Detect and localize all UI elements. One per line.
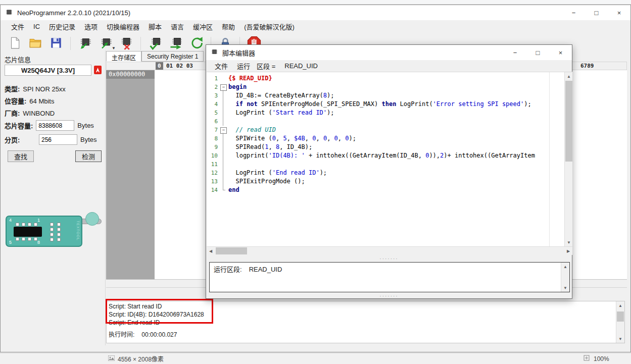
- open-file-button[interactable]: [26, 34, 44, 53]
- scroll-up-arrow-icon[interactable]: ▲: [561, 263, 569, 271]
- scroll-down-arrow-icon[interactable]: ▼: [561, 284, 569, 292]
- program-chip-icon: [169, 36, 183, 51]
- fold-collapse-icon[interactable]: [220, 126, 226, 134]
- scroll-left-arrow-icon[interactable]: ◀: [207, 247, 215, 255]
- main-menubar: 文件IC历史记录选项切换编程器脚本语言缓冲区帮助(吾爱破解汉化版): [1, 20, 630, 32]
- log-output-area[interactable]: Script: Start read IDScript: ID(4B): D16…: [106, 301, 625, 343]
- code-text: // read UID: [226, 126, 276, 134]
- scroll-down-arrow-icon[interactable]: ▼: [616, 335, 624, 343]
- code-line-3[interactable]: 3 ID_4B:= CreateByteArray(8);: [207, 91, 572, 100]
- code-line-5[interactable]: 5 LogPrint ('Start read ID');: [207, 109, 572, 117]
- code-line-8[interactable]: 8 SPIWrite (0, 5, $4B, 0, 0, 0, 0);: [207, 134, 572, 143]
- log-scrollbar[interactable]: ▲ ▼: [616, 301, 624, 343]
- editor-right-margin-line: [549, 72, 550, 246]
- dialog-menu-file[interactable]: 文件: [210, 60, 232, 72]
- pdf-datasheet-icon[interactable]: [94, 66, 102, 76]
- code-line-10[interactable]: 10 logprint('ID(4B): ' + inttohex((GetAr…: [207, 151, 572, 160]
- log-scrollbar-thumb[interactable]: [617, 311, 624, 322]
- write-chip-button[interactable]: ▼: [96, 34, 115, 53]
- code-line-9[interactable]: 9 SPIRead(1, 8, ID_4B);: [207, 143, 572, 151]
- page-size-unit: Bytes: [80, 136, 97, 143]
- tab-main-memory[interactable]: 主存储区: [106, 51, 141, 62]
- new-file-button[interactable]: [6, 34, 24, 53]
- scroll-right-arrow-icon[interactable]: ▶: [564, 247, 572, 255]
- menu-localization[interactable]: (吾爱破解汉化版): [239, 20, 299, 33]
- line-number: 11: [207, 160, 220, 169]
- chip-capacity-input[interactable]: [36, 120, 74, 131]
- socket-pin-number: 4: [9, 218, 12, 223]
- line-number: 10: [207, 151, 220, 160]
- scroll-down-arrow-icon[interactable]: ▼: [565, 238, 572, 246]
- socket-pin-number: 1: [37, 218, 40, 223]
- code-line-14[interactable]: 14end: [207, 186, 572, 194]
- dialog-maximize-button[interactable]: □: [526, 45, 549, 60]
- menu-options[interactable]: 选项: [80, 20, 102, 33]
- editor-vscroll-thumb[interactable]: [565, 81, 572, 162]
- main-titlebar: NeoProgrammer 2.2.0.10 (2021/10/15) − □ …: [1, 5, 630, 20]
- menu-switch-programmer[interactable]: 切换编程器: [102, 20, 144, 33]
- erase-chip-button[interactable]: [117, 34, 135, 53]
- dialog-minimize-button[interactable]: −: [504, 45, 526, 60]
- chip-panel-title: 芯片信息: [5, 55, 105, 64]
- read-chip-button[interactable]: [76, 34, 94, 53]
- menu-help[interactable]: 帮助: [217, 20, 239, 33]
- script-editor-dialog: 脚本编辑器 − □ × 文件运行区段 =READ_UID 1{$ READ_UI…: [206, 44, 572, 299]
- code-line-13[interactable]: 13 SPIExitProgMode ();: [207, 177, 572, 186]
- menu-script[interactable]: 脚本: [144, 20, 166, 33]
- menu-language[interactable]: 语言: [166, 20, 188, 33]
- scroll-up-arrow-icon[interactable]: ▲: [616, 301, 624, 309]
- code-line-12[interactable]: 12 LogPrint ('End read ID');: [207, 169, 572, 177]
- program-chip-button[interactable]: [167, 34, 185, 53]
- socket-pin-number: 5: [9, 240, 12, 245]
- bit-capacity-label: 位容量:: [5, 97, 26, 105]
- dialog-resize-grip[interactable]: ·······: [206, 294, 572, 299]
- hex-address-cell[interactable]: 0x00000000: [106, 70, 155, 79]
- socket-pin-hole: [28, 237, 31, 241]
- detect-chip-button[interactable]: 检测: [75, 150, 102, 162]
- code-line-4[interactable]: 4 if not SPIEnterProgMode(_SPI_SPEED_MAX…: [207, 100, 572, 109]
- code-line-6[interactable]: 6: [207, 117, 572, 126]
- vendor-label: 厂商:: [5, 110, 20, 117]
- refresh-chip-button[interactable]: [187, 34, 206, 53]
- fold-margin: [220, 109, 226, 117]
- page-size-input[interactable]: [39, 134, 77, 145]
- editor-horizontal-scrollbar[interactable]: ◀ ▶: [207, 246, 572, 255]
- chip-capacity-row: 芯片容量: Bytes: [5, 120, 94, 131]
- code-line-11[interactable]: 11: [207, 160, 572, 169]
- close-button[interactable]: ×: [608, 5, 630, 20]
- menu-buffer[interactable]: 缓冲区: [188, 20, 217, 33]
- script-code-editor[interactable]: 1{$ READ_UID}2begin3 ID_4B:= CreateByteA…: [207, 72, 572, 246]
- tab-security-register[interactable]: Security Register 1: [141, 51, 204, 62]
- chip-type-value: SPI NOR 25xx: [23, 85, 66, 93]
- fold-collapse-icon[interactable]: [220, 83, 226, 91]
- code-line-2[interactable]: 2begin: [207, 83, 572, 91]
- dialog-close-button[interactable]: ×: [549, 45, 572, 60]
- code-text: LogPrint ('End read ID');: [226, 169, 327, 177]
- run-section-panel: 运行区段:READ_UID ▲ ▼: [209, 262, 570, 292]
- code-line-7[interactable]: 7 // read UID: [207, 126, 572, 134]
- editor-vertical-scrollbar[interactable]: ▲ ▼: [564, 72, 572, 246]
- find-chip-button[interactable]: 查找: [8, 150, 34, 162]
- scroll-up-arrow-icon[interactable]: ▲: [565, 72, 572, 80]
- code-line-1[interactable]: 1{$ READ_UID}: [207, 74, 572, 83]
- menu-file[interactable]: 文件: [7, 20, 29, 33]
- code-text: if not SPIEnterProgMode(_SPI_SPEED_MAX) …: [226, 100, 531, 109]
- save-file-button[interactable]: [47, 34, 65, 53]
- editor-hscroll-thumb[interactable]: [216, 247, 247, 254]
- zoom-fit-icon[interactable]: [584, 355, 590, 362]
- verify-chip-button[interactable]: [146, 34, 164, 53]
- chip-capacity-unit: Bytes: [77, 122, 94, 129]
- hex-columns-right: 6789: [580, 63, 594, 69]
- maximize-button[interactable]: □: [585, 5, 608, 20]
- exec-time-row: 执行时间:00:00:00.027: [109, 331, 177, 339]
- code-text: [226, 117, 228, 126]
- run-panel-scrollbar[interactable]: ▲ ▼: [561, 263, 569, 292]
- zoom-level-button[interactable]: 100%: [594, 355, 609, 362]
- splitter-grip[interactable]: ·······: [206, 256, 572, 262]
- hex-address-gutter: 0x00000000: [106, 70, 155, 279]
- open-folder-icon: [29, 36, 42, 51]
- menu-history[interactable]: 历史记录: [44, 20, 80, 33]
- dialog-menu-run[interactable]: 运行: [232, 60, 255, 72]
- minimize-button[interactable]: −: [562, 5, 585, 20]
- menu-ic[interactable]: IC: [29, 21, 44, 32]
